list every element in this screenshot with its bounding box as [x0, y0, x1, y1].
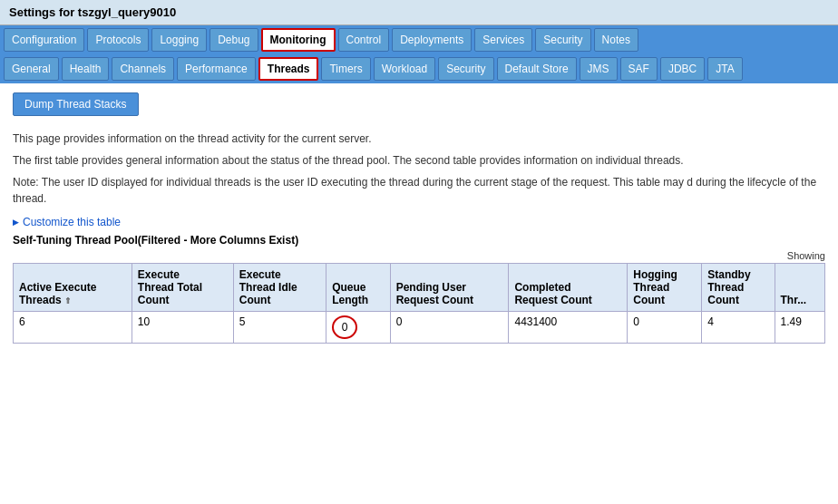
col-completed[interactable]: CompletedRequest Count [509, 264, 628, 312]
nav-btn-monitoring[interactable]: Monitoring [261, 28, 336, 52]
nav-btn-services[interactable]: Services [474, 28, 532, 52]
dump-thread-stacks-button[interactable]: Dump Thread Stacks [13, 92, 139, 116]
page-title: Settings for tszgyl_query9010 [9, 5, 176, 19]
subnav-btn-jta[interactable]: JTA [707, 57, 742, 81]
nav-btn-notes[interactable]: Notes [594, 28, 638, 52]
col-queue-length[interactable]: QueueLength [326, 264, 390, 312]
subnav-btn-jdbc[interactable]: JDBC [660, 57, 705, 81]
col-thr[interactable]: Thr... [775, 264, 825, 312]
content-area: Dump Thread Stacks This page provides in… [0, 83, 838, 353]
showing-text: Showing [13, 250, 825, 261]
table-header-row: Active ExecuteThreads ⇑ ExecuteThread To… [14, 264, 825, 312]
col-thread-idle[interactable]: ExecuteThread IdleCount [233, 264, 326, 312]
col-standby[interactable]: StandbyThreadCount [702, 264, 775, 312]
nav-btn-security[interactable]: Security [535, 28, 590, 52]
subnav-btn-threads[interactable]: Threads [258, 57, 319, 81]
thread-pool-table: Active ExecuteThreads ⇑ ExecuteThread To… [13, 263, 825, 344]
customize-table-link[interactable]: Customize this table [13, 216, 825, 228]
nav-btn-control[interactable]: Control [338, 28, 390, 52]
main-nav: ConfigurationProtocolsLoggingDebugMonito… [0, 25, 838, 54]
table-row: 6105004431400041.49 [14, 312, 825, 344]
nav-btn-logging[interactable]: Logging [151, 28, 207, 52]
nav-btn-protocols[interactable]: Protocols [87, 28, 149, 52]
subnav-btn-general[interactable]: General [4, 57, 59, 81]
nav-btn-debug[interactable]: Debug [210, 28, 258, 52]
col-pending-user[interactable]: Pending UserRequest Count [390, 264, 509, 312]
subnav-btn-security[interactable]: Security [438, 57, 493, 81]
description-line3: Note: The user ID displayed for individu… [13, 174, 825, 207]
table-title: Self-Tuning Thread Pool(Filtered - More … [13, 234, 825, 247]
subnav-btn-health[interactable]: Health [62, 57, 110, 81]
subnav-btn-jms[interactable]: JMS [580, 57, 618, 81]
description-line1: This page provides information on the th… [13, 131, 825, 147]
nav-btn-deployments[interactable]: Deployments [392, 28, 472, 52]
subnav-btn-channels[interactable]: Channels [112, 57, 174, 81]
subnav-btn-timers[interactable]: Timers [321, 57, 370, 81]
col-thread-total[interactable]: ExecuteThread TotalCount [132, 264, 233, 312]
col-active-execute[interactable]: Active ExecuteThreads ⇑ [14, 264, 132, 312]
subnav-btn-default-store[interactable]: Default Store [497, 57, 577, 81]
subnav-btn-performance[interactable]: Performance [177, 57, 256, 81]
sub-nav: GeneralHealthChannelsPerformanceThreadsT… [0, 54, 838, 83]
description-line2: The first table provides general informa… [13, 152, 825, 169]
col-hogging[interactable]: HoggingThreadCount [628, 264, 702, 312]
subnav-btn-saf[interactable]: SAF [620, 57, 658, 81]
title-bar: Settings for tszgyl_query9010 [0, 0, 838, 25]
nav-btn-configuration[interactable]: Configuration [4, 28, 84, 52]
subnav-btn-workload[interactable]: Workload [374, 57, 435, 81]
